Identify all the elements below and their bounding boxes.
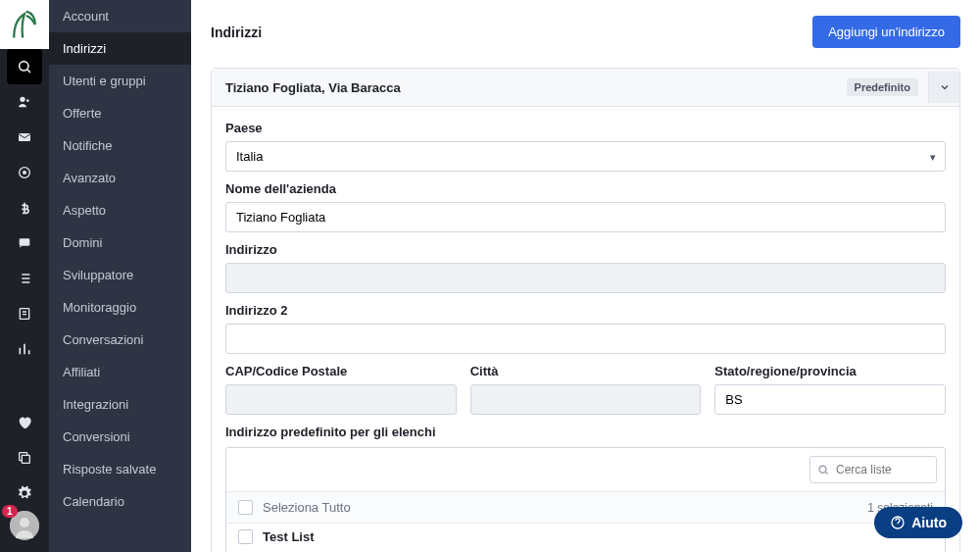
list-item[interactable]: Test List — [226, 524, 945, 550]
chevron-down-icon — [939, 81, 951, 93]
notification-badge: 1 — [2, 505, 18, 518]
page-title: Indirizzi — [211, 25, 262, 40]
avatar[interactable]: 1 — [10, 511, 39, 540]
rail-forms-icon[interactable] — [7, 296, 42, 331]
sidebar-item-conversations[interactable]: Conversazioni — [49, 324, 191, 356]
select-all-label: Seleziona Tutto — [263, 500, 351, 515]
sidebar-item-developer[interactable]: Sviluppatore — [49, 259, 191, 291]
default-badge: Predefinito — [847, 78, 918, 96]
default-lists-label: Indirizzo predefinito per gli elenchi — [225, 425, 946, 439]
address-card: Tiziano Fogliata, Via Baracca Predefinit… — [211, 68, 960, 552]
rail-copy-icon[interactable] — [7, 440, 42, 476]
svg-rect-6 — [20, 238, 30, 245]
svg-point-11 — [819, 466, 826, 473]
rail-reports-icon[interactable] — [7, 331, 42, 367]
sidebar-item-notifications[interactable]: Notifiche — [49, 129, 191, 162]
add-address-button[interactable]: Aggiungi un'indirizzo — [812, 16, 960, 48]
company-label: Nome dell'azienda — [225, 181, 946, 196]
city-input[interactable] — [470, 384, 702, 415]
zip-input[interactable] — [225, 384, 457, 415]
svg-rect-3 — [19, 133, 30, 141]
rail-heart-icon[interactable] — [7, 405, 42, 440]
company-input[interactable] — [225, 202, 946, 232]
rail-contacts-icon[interactable] — [7, 84, 42, 120]
help-button[interactable]: Aiuto — [874, 507, 962, 538]
address2-label: Indirizzo 2 — [225, 303, 946, 318]
help-label: Aiuto — [911, 515, 947, 530]
card-title: Tiziano Fogliata, Via Baracca — [225, 80, 401, 95]
logo — [0, 0, 49, 49]
settings-sidebar: Account Indirizzi Utenti e gruppi Offert… — [49, 0, 191, 552]
svg-point-2 — [26, 99, 29, 102]
state-input[interactable] — [714, 384, 946, 415]
list-item-label: Test List — [263, 529, 315, 544]
address-input[interactable] — [225, 263, 946, 293]
sidebar-item-conversions[interactable]: Conversioni — [49, 421, 191, 453]
address2-input[interactable] — [225, 324, 946, 354]
sidebar-item-appearance[interactable]: Aspetto — [49, 194, 191, 226]
zip-label: CAP/Codice Postale — [225, 364, 457, 378]
svg-point-0 — [20, 62, 28, 71]
sidebar-item-advanced[interactable]: Avanzato — [49, 162, 191, 194]
rail-search-icon[interactable] — [7, 49, 42, 84]
collapse-toggle[interactable] — [928, 72, 959, 103]
svg-point-5 — [24, 172, 26, 175]
sidebar-item-affiliates[interactable]: Affiliati — [49, 356, 191, 388]
address-label: Indirizzo — [225, 242, 946, 257]
sidebar-item-addresses[interactable]: Indirizzi — [49, 32, 191, 65]
sidebar-item-tracking[interactable]: Monitoraggio — [49, 291, 191, 324]
sidebar-item-users[interactable]: Utenti e gruppi — [49, 65, 191, 97]
help-icon — [890, 515, 906, 530]
svg-point-1 — [20, 97, 24, 102]
sidebar-item-account[interactable]: Account — [49, 0, 191, 32]
search-icon — [817, 464, 829, 476]
rail-lists-icon[interactable] — [7, 261, 42, 296]
sidebar-item-integrations[interactable]: Integrazioni — [49, 388, 191, 421]
lists-box: Seleziona Tutto 1 selezionati Test List … — [225, 447, 946, 552]
rail-deals-icon[interactable] — [7, 190, 42, 226]
sidebar-item-offers[interactable]: Offerte — [49, 97, 191, 129]
rail-automation-icon[interactable] — [7, 155, 42, 190]
svg-point-10 — [20, 518, 29, 527]
main-content: Indirizzi Aggiungi un'indirizzo Tiziano … — [191, 0, 980, 552]
rail-conversations-icon[interactable] — [7, 226, 42, 261]
icon-rail: 1 — [0, 0, 49, 552]
city-label: Città — [470, 364, 702, 378]
country-label: Paese — [225, 121, 946, 135]
sidebar-item-saved-responses[interactable]: Risposte salvate — [49, 453, 191, 485]
country-select[interactable]: Italia — [225, 141, 946, 172]
sidebar-item-calendar[interactable]: Calendario — [49, 485, 191, 518]
sidebar-item-domains[interactable]: Domini — [49, 226, 191, 259]
svg-rect-8 — [22, 455, 29, 463]
rail-mail-icon[interactable] — [7, 120, 42, 155]
state-label: Stato/regione/provincia — [714, 364, 946, 378]
select-all-checkbox[interactable] — [238, 500, 253, 515]
list-checkbox[interactable] — [238, 529, 253, 544]
